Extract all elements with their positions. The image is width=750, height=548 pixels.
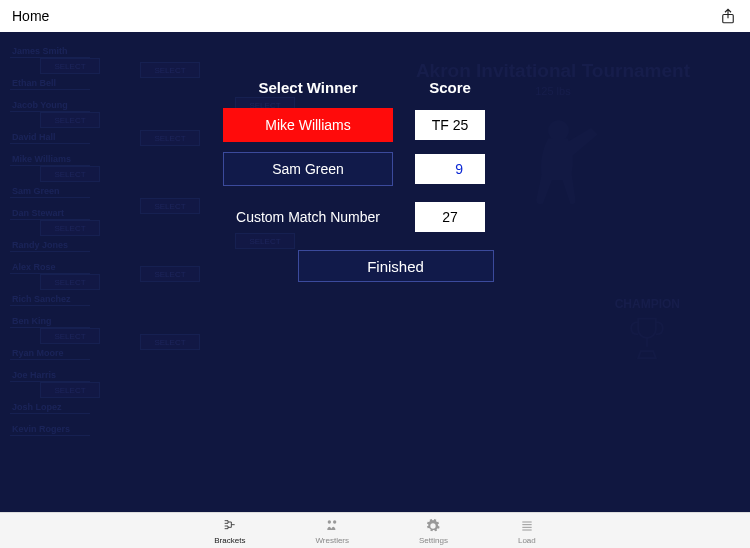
wrestler-1-button[interactable]: Mike Williams	[223, 108, 393, 142]
modal-header-row: Select Winner Score	[223, 79, 513, 96]
svg-point-3	[333, 520, 336, 523]
bracket-name: Ethan Bell	[10, 74, 90, 90]
trophy-icon	[615, 311, 680, 372]
select-winner-modal: Select Winner Score Mike Williams Sam Gr…	[223, 79, 513, 282]
tab-brackets[interactable]: Brackets	[214, 517, 245, 545]
wrestlers-icon	[323, 517, 341, 535]
home-button[interactable]: Home	[12, 8, 49, 24]
tab-load[interactable]: Load	[518, 517, 536, 545]
tab-label: Brackets	[214, 536, 245, 545]
bracket-name: Dan Stewart	[10, 204, 90, 220]
custom-match-row: Custom Match Number	[223, 202, 513, 232]
svg-point-2	[328, 520, 331, 523]
wrestler-2-button[interactable]: Sam Green	[223, 152, 393, 186]
top-nav-bar: Home	[0, 0, 750, 32]
tab-label: Load	[518, 536, 536, 545]
bracket-name: Ben King	[10, 312, 90, 328]
select-winner-label: Select Winner	[223, 79, 393, 96]
bracket-select: SELECT	[140, 334, 200, 350]
wrestler-1-row: Mike Williams	[223, 108, 513, 142]
bracket-name: David Hall	[10, 128, 90, 144]
bracket-name: Jacob Young	[10, 96, 90, 112]
wrestler-1-score-input[interactable]	[415, 110, 485, 140]
bracket-name: Kevin Rogers	[10, 420, 90, 436]
bracket-select: SELECT	[140, 266, 200, 282]
champion-label: CHAMPION	[615, 297, 680, 311]
custom-match-input[interactable]	[415, 202, 485, 232]
custom-match-label: Custom Match Number	[223, 209, 393, 225]
tab-label: Settings	[419, 536, 448, 545]
bracket-select: SELECT	[40, 328, 100, 344]
bracket-select: SELECT	[40, 112, 100, 128]
bottom-tab-bar: Brackets Wrestlers Settings Load	[0, 512, 750, 548]
bracket-name: Josh Lopez	[10, 398, 90, 414]
tournament-name: Akron Invitational Tournament	[416, 60, 690, 81]
bracket-round-1: James Smith SELECT Ethan Bell Jacob Youn…	[10, 42, 100, 436]
gear-icon	[425, 517, 441, 535]
bracket-select: SELECT	[40, 382, 100, 398]
svg-point-1	[548, 120, 569, 141]
bracket-name: Randy Jones	[10, 236, 90, 252]
wrestler-silhouette	[500, 102, 630, 232]
share-icon[interactable]	[718, 6, 738, 26]
bracket-select: SELECT	[40, 274, 100, 290]
wrestler-2-score-input[interactable]	[415, 154, 485, 184]
tab-settings[interactable]: Settings	[419, 517, 448, 545]
bracket-name: Joe Harris	[10, 366, 90, 382]
bracket-select: SELECT	[140, 130, 200, 146]
bracket-round-2: SELECT SELECT SELECT SELECT SELECT	[110, 42, 200, 350]
finished-button[interactable]: Finished	[298, 250, 494, 282]
bracket-select: SELECT	[40, 220, 100, 236]
bracket-name: Ryan Moore	[10, 344, 90, 360]
score-label: Score	[415, 79, 485, 96]
bracket-select: SELECT	[140, 62, 200, 78]
bracket-select: SELECT	[40, 166, 100, 182]
brackets-icon	[221, 517, 239, 535]
bracket-name: Mike Williams	[10, 150, 90, 166]
bracket-name: Sam Green	[10, 182, 90, 198]
main-content: Akron Invitational Tournament 125 lbs CH…	[0, 32, 750, 512]
bracket-select: SELECT	[140, 198, 200, 214]
bracket-select: SELECT	[40, 58, 100, 74]
bracket-name: Alex Rose	[10, 258, 90, 274]
bracket-name: James Smith	[10, 42, 90, 58]
champion-badge: CHAMPION	[615, 297, 680, 372]
wrestler-2-row: Sam Green	[223, 152, 513, 186]
tab-label: Wrestlers	[315, 536, 349, 545]
tab-wrestlers[interactable]: Wrestlers	[315, 517, 349, 545]
load-icon	[519, 517, 535, 535]
bracket-name: Rich Sanchez	[10, 290, 90, 306]
